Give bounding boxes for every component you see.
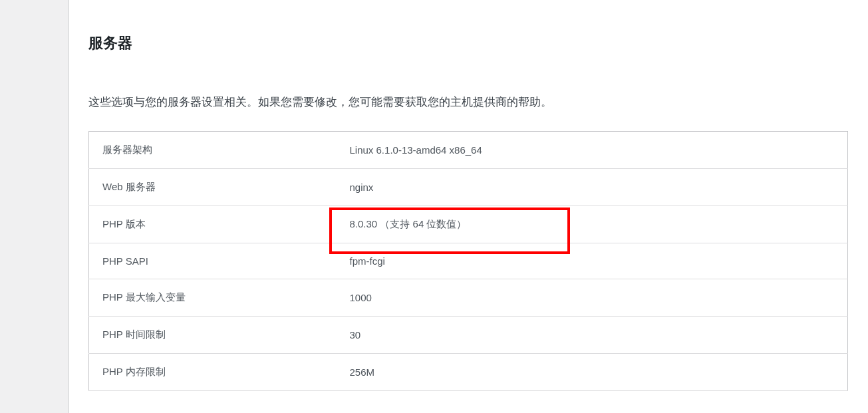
table-row: 服务器架构 Linux 6.1.0-13-amd64 x86_64 — [89, 132, 848, 169]
row-label-web-server: Web 服务器 — [89, 169, 337, 206]
row-value-php-version: 8.0.30 （支持 64 位数值） — [337, 206, 848, 243]
content-inner: 服务器 这些选项与您的服务器设置相关。如果您需要修改，您可能需要获取您的主机提供… — [69, 0, 868, 391]
section-description: 这些选项与您的服务器设置相关。如果您需要修改，您可能需要获取您的主机提供商的帮助… — [88, 93, 848, 111]
content-area: 服务器 这些选项与您的服务器设置相关。如果您需要修改，您可能需要获取您的主机提供… — [69, 0, 868, 413]
row-label-php-sapi: PHP SAPI — [89, 243, 337, 279]
row-label-server-arch: 服务器架构 — [89, 132, 337, 169]
row-value-server-arch: Linux 6.1.0-13-amd64 x86_64 — [337, 132, 848, 169]
table-row: PHP 时间限制 30 — [89, 317, 848, 354]
row-value-php-max-input: 1000 — [337, 279, 848, 317]
row-label-php-memory-limit: PHP 内存限制 — [89, 354, 337, 391]
section-title: 服务器 — [88, 33, 848, 53]
row-label-php-version: PHP 版本 — [89, 206, 337, 243]
row-value-php-time-limit: 30 — [337, 317, 848, 354]
row-value-php-sapi: fpm-fcgi — [337, 243, 848, 279]
row-label-php-time-limit: PHP 时间限制 — [89, 317, 337, 354]
admin-sidebar — [0, 0, 69, 413]
row-value-web-server: nginx — [337, 169, 848, 206]
table-row: PHP 内存限制 256M — [89, 354, 848, 391]
row-label-php-max-input: PHP 最大输入变量 — [89, 279, 337, 317]
table-row: PHP SAPI fpm-fcgi — [89, 243, 848, 279]
table-row: PHP 版本 8.0.30 （支持 64 位数值） — [89, 206, 848, 243]
table-row: Web 服务器 nginx — [89, 169, 848, 206]
table-row: PHP 最大输入变量 1000 — [89, 279, 848, 317]
row-value-php-memory-limit: 256M — [337, 354, 848, 391]
server-info-table: 服务器架构 Linux 6.1.0-13-amd64 x86_64 Web 服务… — [88, 131, 848, 391]
